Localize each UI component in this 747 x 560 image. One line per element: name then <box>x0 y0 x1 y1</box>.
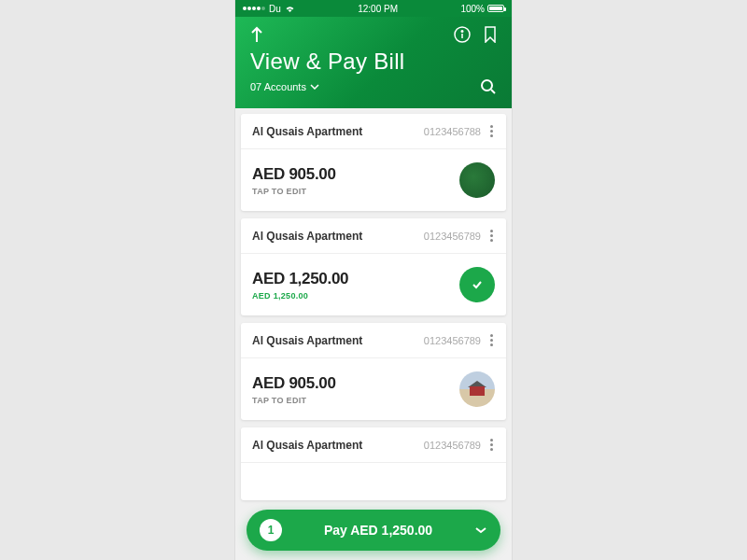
accounts-count-label: 07 Accounts <box>250 81 306 92</box>
account-id: 0123456789 <box>424 440 481 451</box>
selected-check-icon[interactable] <box>459 267 495 302</box>
chevron-down-icon[interactable] <box>474 526 487 534</box>
back-icon[interactable] <box>250 26 263 43</box>
battery-label: 100% <box>460 4 485 14</box>
account-id: 0123456789 <box>424 231 481 242</box>
pay-button-label: Pay AED 1,250.00 <box>282 523 474 538</box>
account-name: Al Qusais Apartment <box>252 439 362 452</box>
wifi-icon <box>285 5 295 12</box>
account-name: Al Qusais Apartment <box>252 334 362 347</box>
account-card[interactable]: Al Qusais Apartment 0123456789 AED 905.0… <box>241 323 506 420</box>
selection-count-badge: 1 <box>260 519 282 541</box>
more-icon[interactable] <box>488 228 495 244</box>
account-card[interactable]: Al Qusais Apartment 0123456789 <box>241 427 506 500</box>
info-icon[interactable] <box>454 26 471 43</box>
search-icon[interactable] <box>480 78 497 95</box>
account-name: Al Qusais Apartment <box>252 230 362 243</box>
account-card[interactable]: Al Qusais Apartment 0123456789 AED 1,250… <box>241 218 506 315</box>
account-amount: AED 905.00 <box>252 374 336 393</box>
account-id: 0123456789 <box>424 335 481 346</box>
carrier-label: Du <box>269 4 281 14</box>
clock-label: 12:00 PM <box>358 4 398 14</box>
page-title: View & Pay Bill <box>250 49 497 75</box>
status-right: 100% <box>460 4 504 14</box>
account-amount: AED 1,250.00 <box>252 270 348 288</box>
battery-icon <box>487 5 504 12</box>
bookmark-icon[interactable] <box>484 26 497 43</box>
account-card[interactable]: Al Qusais Apartment 0123456788 AED 905.0… <box>241 114 506 211</box>
status-left: Du <box>243 4 295 14</box>
account-id: 0123456788 <box>424 126 481 137</box>
phone-frame: Du 12:00 PM 100% View & Pay Bill <box>235 0 512 560</box>
tap-to-edit-label[interactable]: TAP TO EDIT <box>252 396 336 405</box>
more-icon[interactable] <box>488 332 495 348</box>
account-thumbnail <box>459 371 495 407</box>
account-thumbnail <box>459 162 495 198</box>
signal-dots-icon <box>243 7 265 10</box>
account-list: Al Qusais Apartment 0123456788 AED 905.0… <box>235 108 512 513</box>
more-icon[interactable] <box>488 123 495 139</box>
page-header: View & Pay Bill 07 Accounts <box>235 17 512 108</box>
svg-point-1 <box>461 31 463 33</box>
pay-button[interactable]: 1 Pay AED 1,250.00 <box>247 510 500 551</box>
more-icon[interactable] <box>488 437 495 453</box>
accounts-dropdown[interactable]: 07 Accounts <box>250 81 319 92</box>
account-name: Al Qusais Apartment <box>252 125 362 138</box>
tap-to-edit-label[interactable]: TAP TO EDIT <box>252 187 336 196</box>
account-amount: AED 905.00 <box>252 165 336 184</box>
selected-amount-label: AED 1,250.00 <box>252 291 348 301</box>
svg-point-2 <box>482 80 492 91</box>
status-bar: Du 12:00 PM 100% <box>235 0 512 17</box>
chevron-down-icon <box>310 84 319 90</box>
